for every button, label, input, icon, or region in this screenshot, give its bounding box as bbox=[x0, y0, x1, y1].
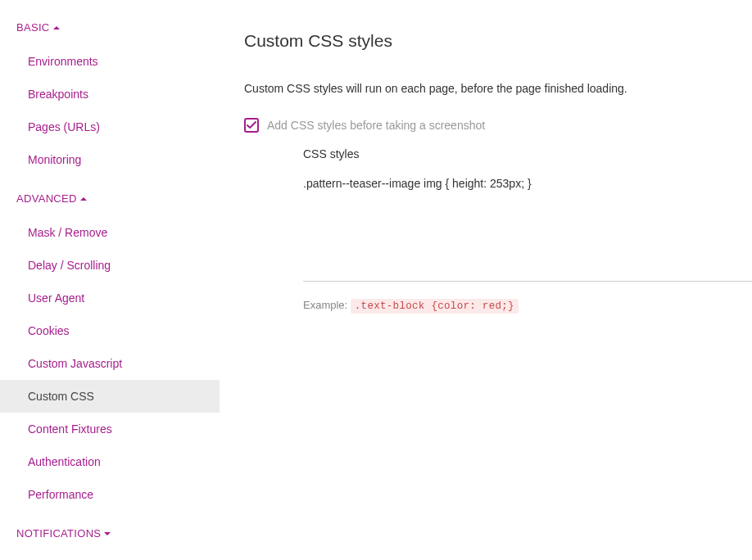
sidebar-item-breakpoints[interactable]: Breakpoints bbox=[0, 78, 220, 111]
sidebar-item-label: Environments bbox=[28, 55, 98, 68]
sidebar-item-environments[interactable]: Environments bbox=[0, 45, 220, 78]
page-title: Custom CSS styles bbox=[244, 31, 752, 51]
section-label: ADVANCED bbox=[16, 192, 77, 205]
section-label: BASIC bbox=[16, 21, 50, 34]
example-code: .text-block {color: red;} bbox=[351, 299, 519, 314]
sidebar-item-authentication[interactable]: Authentication bbox=[0, 445, 220, 478]
sidebar-item-label: Pages (URLs) bbox=[28, 120, 100, 133]
sidebar-item-delay-scrolling[interactable]: Delay / Scrolling bbox=[0, 249, 220, 282]
enable-css-checkbox[interactable] bbox=[244, 118, 259, 133]
sidebar-item-monitoring[interactable]: Monitoring bbox=[0, 143, 220, 176]
caret-up-icon bbox=[53, 26, 60, 29]
sidebar: BASIC Environments Breakpoints Pages (UR… bbox=[0, 0, 220, 560]
caret-down-icon bbox=[104, 532, 111, 535]
sidebar-item-label: User Agent bbox=[28, 291, 84, 305]
sidebar-item-mask-remove[interactable]: Mask / Remove bbox=[0, 216, 220, 249]
sidebar-item-label: Monitoring bbox=[28, 153, 81, 166]
sidebar-item-cookies[interactable]: Cookies bbox=[0, 314, 220, 347]
sidebar-item-label: Delay / Scrolling bbox=[28, 259, 111, 272]
sidebar-item-label: Breakpoints bbox=[28, 88, 88, 101]
sidebar-item-pages[interactable]: Pages (URLs) bbox=[0, 111, 220, 143]
nav-list-advanced: Mask / Remove Delay / Scrolling User Age… bbox=[0, 211, 220, 521]
sidebar-item-custom-javascript[interactable]: Custom Javascript bbox=[0, 347, 220, 380]
check-icon bbox=[247, 121, 256, 129]
checkbox-row: Add CSS styles before taking a screensho… bbox=[244, 118, 752, 133]
sidebar-item-content-fixtures[interactable]: Content Fixtures bbox=[0, 413, 220, 445]
sidebar-item-user-agent[interactable]: User Agent bbox=[0, 282, 220, 314]
page-description: Custom CSS styles will run on each page,… bbox=[244, 82, 752, 95]
example-prefix: Example: bbox=[303, 299, 351, 311]
section-header-basic[interactable]: BASIC bbox=[0, 15, 220, 40]
sidebar-item-label: Mask / Remove bbox=[28, 226, 107, 239]
caret-up-icon bbox=[80, 197, 87, 201]
sidebar-item-performance[interactable]: Performance bbox=[0, 478, 220, 511]
example-row: Example: .text-block {color: red;} bbox=[303, 299, 752, 312]
nav-list-basic: Environments Breakpoints Pages (URLs) Mo… bbox=[0, 40, 220, 186]
css-textarea[interactable] bbox=[303, 175, 752, 282]
main-content: Custom CSS styles Custom CSS styles will… bbox=[220, 0, 752, 560]
sidebar-item-label: Authentication bbox=[28, 455, 101, 468]
section-header-notifications[interactable]: NOTIFICATIONS bbox=[0, 521, 220, 546]
css-editor-block: CSS styles Example: .text-block {color: … bbox=[303, 147, 752, 312]
sidebar-item-label: Custom Javascript bbox=[28, 357, 122, 370]
sidebar-item-label: Performance bbox=[28, 488, 93, 501]
sidebar-item-label: Custom CSS bbox=[28, 390, 94, 403]
sidebar-item-label: Content Fixtures bbox=[28, 422, 112, 436]
section-label: NOTIFICATIONS bbox=[16, 527, 101, 540]
sidebar-item-custom-css[interactable]: Custom CSS bbox=[0, 380, 220, 413]
checkbox-label: Add CSS styles before taking a screensho… bbox=[267, 119, 485, 132]
section-header-advanced[interactable]: ADVANCED bbox=[0, 186, 220, 211]
sidebar-item-label: Cookies bbox=[28, 324, 70, 337]
field-label: CSS styles bbox=[303, 147, 752, 160]
